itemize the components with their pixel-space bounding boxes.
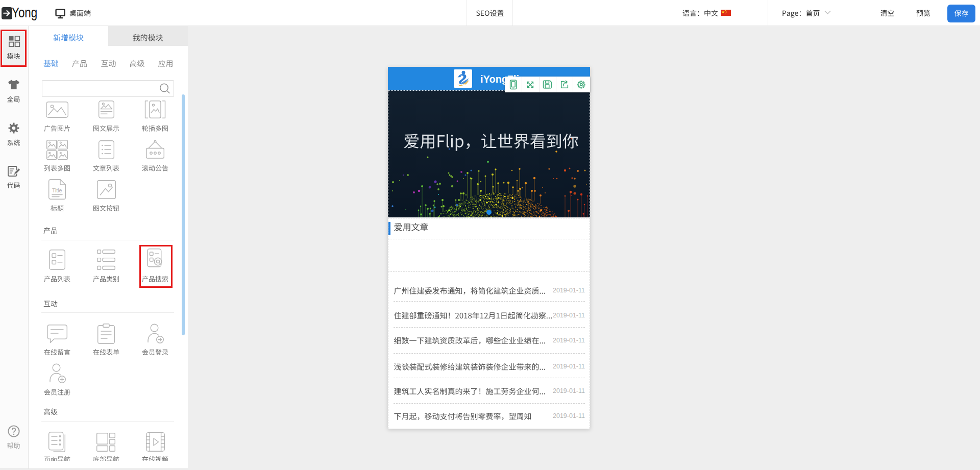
svg-text:Title: Title	[52, 187, 62, 193]
